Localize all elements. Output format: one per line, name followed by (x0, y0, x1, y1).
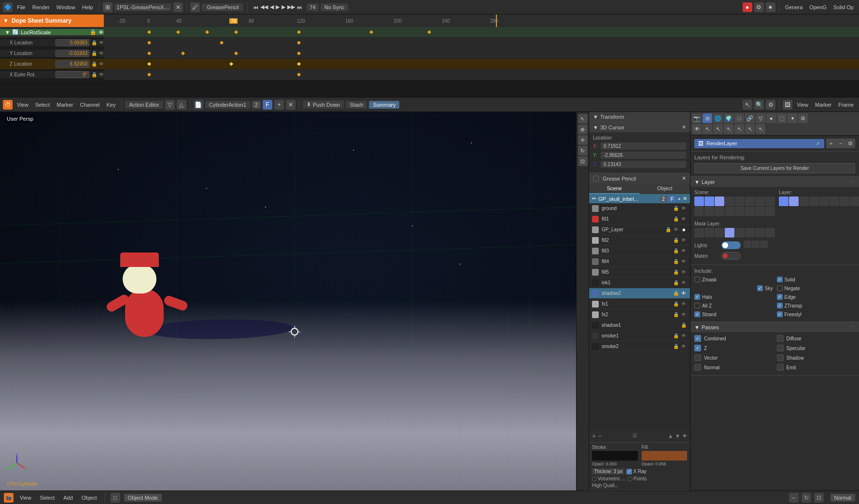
gp-remove-layer[interactable]: − (598, 432, 602, 440)
statusbar-view[interactable]: View (17, 494, 34, 502)
keyframe-ls-5[interactable] (297, 30, 301, 34)
gp-layer-shadow1[interactable]: shadow1 🔒 (589, 320, 690, 331)
ae-menu-marker[interactable]: Marker (54, 101, 75, 109)
scene-cell-11[interactable] (715, 207, 724, 216)
gp-lock-smoke1[interactable]: 🔒 (673, 333, 679, 339)
locrotscale-vis-icon[interactable]: 👁 (99, 29, 104, 35)
gp-vis-gplayer[interactable]: 👁 (673, 226, 679, 233)
dope-row-ylocation[interactable]: Y Location -0.01933 🔒 👁 (0, 48, 859, 59)
kf-yl-2[interactable] (181, 52, 185, 56)
keyframe-ls-1[interactable] (147, 30, 151, 34)
next-frame-icon[interactable]: ▶ (282, 4, 285, 10)
ae2-frame[interactable]: Frame (836, 101, 856, 109)
gp-tab-scene[interactable]: Scene (589, 183, 640, 194)
gp-lock-smoke2[interactable]: 🔒 (673, 343, 679, 350)
dope-row-xeuler[interactable]: X Euler Rot. 0° 🔒 👁 (0, 70, 859, 80)
kf-yl-4[interactable] (297, 52, 301, 56)
include-solid[interactable]: ✓ Solid (777, 277, 856, 282)
menu-window[interactable]: Window (54, 3, 78, 11)
kf-yl-3[interactable] (234, 52, 238, 56)
include-allz[interactable]: All Z (694, 303, 773, 308)
pass-z[interactable]: ✓ Z (694, 345, 773, 351)
gp-layer-fill3[interactable]: fill3 🔒 👁 (589, 246, 690, 256)
kf-zl-3[interactable] (297, 62, 301, 66)
gp-layer-smoke2[interactable]: smoke2 🔒 👁 (589, 341, 690, 352)
rp-world-icon[interactable]: 🌍 (724, 113, 733, 123)
gp-move-down[interactable]: ▼ (675, 433, 680, 439)
gp-lock-shadow2[interactable]: 🔒 (673, 290, 679, 297)
close-file-icon[interactable]: ✕ (173, 2, 183, 12)
action-editor-mode-btn[interactable]: Action Editor (125, 101, 163, 109)
kf-xl-3[interactable] (297, 41, 301, 45)
rp-physics-icon[interactable]: ⚙ (798, 113, 808, 123)
gp-vis-shadow2[interactable]: 👁 (680, 290, 687, 297)
dope-row-locrotscale[interactable]: ▼ 🔄 LocRotScale 🔒 👁 (0, 27, 859, 38)
xeuler-vis[interactable]: 👁 (99, 72, 104, 77)
statusbar-select[interactable]: Select (38, 494, 57, 502)
zloc-value[interactable]: 6.92450 (56, 60, 89, 68)
gp-lock-fx1[interactable]: 🔒 (673, 301, 679, 308)
jump-start-icon[interactable]: ⏮ (253, 4, 258, 10)
render-engine[interactable]: GreasePencil (202, 3, 243, 11)
kf-zl-1[interactable] (147, 62, 151, 66)
rp-material-icon[interactable]: ● (766, 113, 776, 123)
rp-object-icon[interactable]: □ (734, 113, 744, 123)
ml-cell-1[interactable] (694, 228, 704, 238)
gp-vis-fill2[interactable]: 👁 (680, 237, 687, 244)
gp-vis-fill4[interactable]: 👁 (680, 258, 687, 265)
rp-minus-icon[interactable]: − (836, 139, 845, 148)
gp-lock-ink1[interactable]: 🔒 (673, 280, 679, 286)
ae-cursor-icon[interactable]: ↖ (743, 100, 752, 110)
kf-xl-1[interactable] (147, 41, 151, 45)
stash-btn[interactable]: Stash (346, 101, 367, 109)
ae-action-icon[interactable]: 📄 (194, 100, 203, 110)
tool-cursor[interactable]: ⊕ (578, 125, 588, 134)
include-strand[interactable]: ✓ Strand (694, 311, 773, 317)
ml-cell-5[interactable] (735, 228, 745, 238)
xloc-timeline[interactable] (104, 38, 859, 48)
menu-help[interactable]: Help (80, 3, 96, 11)
pass-vector[interactable]: Vector (694, 354, 773, 361)
lights-toggle[interactable] (721, 241, 741, 249)
scene-cell-5[interactable] (735, 196, 745, 206)
tool-scale[interactable]: ⊡ (578, 156, 588, 166)
gp-vis-fill3[interactable]: 👁 (680, 248, 687, 254)
scene-cell-13[interactable] (735, 207, 745, 216)
cursor-close-icon[interactable]: ✕ (682, 124, 686, 130)
gp-lock-fill1[interactable]: 🔒 (673, 216, 679, 223)
xray-checkbox[interactable]: ✓ X Ray (626, 469, 646, 475)
scene-cell-1[interactable] (694, 196, 704, 206)
summary-btn[interactable]: Summary (369, 101, 399, 109)
rl-cell-7[interactable] (840, 196, 849, 206)
pass-specular[interactable]: Specular (777, 345, 856, 351)
ae2-icon[interactable]: 🖼 (783, 100, 792, 110)
gp-add-icon[interactable]: + (678, 196, 681, 202)
normal-mode[interactable]: Normal (831, 494, 855, 502)
locrotscale-timeline[interactable] (104, 27, 859, 37)
stroke-color-box[interactable] (592, 451, 638, 461)
scene-cell-3[interactable] (715, 196, 724, 206)
gp-vis-ink1[interactable]: 👁 (680, 280, 687, 286)
gp-layer-gplayer[interactable]: GP_Layer 🔒 👁 ■ (589, 224, 690, 235)
render-icon-top[interactable]: ● (743, 2, 752, 12)
ll-cell-2[interactable] (752, 240, 760, 248)
play-icon[interactable]: ▶ (276, 4, 280, 10)
locrotscale-expand[interactable]: ▼ (5, 29, 10, 35)
ae-search-icon[interactable]: 🔍 (754, 100, 764, 110)
tool-move[interactable]: ✛ (578, 135, 588, 145)
gp-layer-fill2[interactable]: fill2 🔒 👁 (589, 235, 690, 246)
cursor-y-value[interactable]: -2.95626 (601, 152, 686, 159)
dope-row-xlocation[interactable]: X Location 0.09383 🔒 👁 (0, 38, 859, 48)
pass-diffuse[interactable]: Diffuse (777, 335, 856, 342)
rl-cell-6[interactable] (830, 196, 839, 206)
yloc-vis[interactable]: 👁 (99, 51, 104, 56)
statusbar-icon[interactable]: 🎬 (4, 493, 14, 503)
ae-menu-select[interactable]: Select (33, 101, 53, 109)
ml-cell-6[interactable] (745, 228, 755, 238)
action-new[interactable]: + (274, 100, 284, 110)
yloc-lock[interactable]: 🔒 (91, 51, 97, 56)
gp-lock-fill5[interactable]: 🔒 (673, 269, 679, 276)
scene-cell-4[interactable] (725, 196, 734, 206)
locrotscale-lock-icon[interactable]: 🔒 (90, 29, 97, 35)
rp-cursor6-icon[interactable]: ↖ (756, 124, 765, 134)
